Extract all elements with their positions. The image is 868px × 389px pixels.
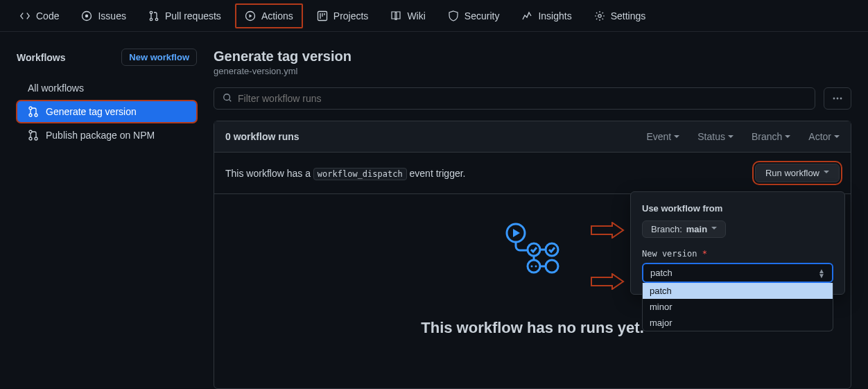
new-version-select[interactable]: patch ▲▼ [642,263,833,283]
workflow-filename: generate-version.yml [214,66,851,76]
nav-issues-label: Issues [98,10,125,21]
sidebar-item-generate-tag-version[interactable]: Generate tag version [17,101,197,123]
filter-actor[interactable]: Actor [808,131,840,142]
issue-icon [81,10,92,21]
nav-actions[interactable]: Actions [236,5,302,27]
svg-point-4 [155,18,157,20]
filter-runs-input[interactable] [238,93,806,104]
sidebar-all-workflows[interactable]: All workflows [17,77,197,99]
runs-count: 0 workflow runs [225,131,300,142]
option-patch[interactable]: patch [643,283,833,299]
new-version-dropdown: patch minor major [642,283,833,331]
sidebar-item-label: Generate tag version [46,106,137,117]
svg-point-16 [837,98,839,100]
workflow-icon [28,106,39,117]
svg-point-22 [531,266,533,268]
svg-point-15 [833,98,835,100]
svg-point-3 [150,18,152,20]
nav-insights-label: Insights [538,10,571,21]
nav-code-label: Code [36,10,59,21]
option-minor[interactable]: minor [643,299,833,315]
option-major[interactable]: major [643,315,833,331]
svg-point-23 [535,266,537,268]
nav-security-label: Security [465,10,500,21]
nav-projects-label: Projects [333,10,369,21]
sidebar-item-label: Publish package on NPM [46,130,155,141]
popover-use-from-label: Use workflow from [642,203,833,214]
svg-point-9 [29,114,32,116]
new-workflow-button[interactable]: New workflow [121,49,197,66]
annotation-arrow-icon [590,273,625,290]
svg-point-8 [29,107,32,110]
shield-icon [448,10,459,21]
sidebar-title: Workflows [17,52,66,63]
new-version-label: New version * [642,249,833,259]
svg-point-11 [29,130,32,133]
nav-issues[interactable]: Issues [73,5,134,27]
dispatch-message: This workflow has a workflow_dispatch ev… [225,168,465,179]
nav-security[interactable]: Security [440,5,508,27]
more-options-button[interactable] [824,87,851,110]
svg-point-10 [35,114,37,116]
repo-top-nav: Code Issues Pull requests Actions Projec… [0,0,868,32]
branch-select-button[interactable]: Branch: main [642,221,726,238]
nav-pr-label: Pull requests [165,10,221,21]
annotation-arrow-icon [590,222,625,239]
run-workflow-button[interactable]: Run workflow [755,164,840,182]
svg-point-13 [35,137,37,140]
gear-icon [594,10,605,21]
filter-event[interactable]: Event [646,131,679,142]
svg-point-21 [528,260,540,273]
nav-projects[interactable]: Projects [309,5,377,27]
nav-code[interactable]: Code [11,5,67,27]
pull-request-icon [148,10,159,21]
svg-point-7 [598,14,600,17]
stepper-icon: ▲▼ [818,268,825,278]
chevron-down-icon [711,224,717,234]
nav-insights[interactable]: Insights [513,5,580,27]
nav-wiki[interactable]: Wiki [382,5,433,27]
search-icon [223,93,232,105]
nav-wiki-label: Wiki [407,10,425,21]
svg-point-12 [29,137,32,140]
code-icon [19,10,31,21]
runs-container: 0 workflow runs Event Status Branch Acto… [214,121,851,389]
play-circle-icon [245,10,256,21]
projects-icon [317,10,328,21]
filter-branch[interactable]: Branch [752,131,790,142]
svg-point-24 [546,260,558,273]
book-icon [390,10,401,21]
run-workflow-popover: Use workflow from Branch: main New versi… [630,191,845,295]
graph-icon [521,10,532,21]
filter-runs-input-wrap[interactable] [214,87,815,110]
filter-status[interactable]: Status [697,131,734,142]
nav-settings-label: Settings [611,10,646,21]
svg-point-14 [224,94,230,100]
page-title: Generate tag version [214,49,851,64]
actions-empty-icon [503,222,562,277]
svg-point-17 [840,98,842,100]
workflows-sidebar: Workflows New workflow All workflows Gen… [17,49,197,389]
sidebar-item-publish-npm[interactable]: Publish package on NPM [17,124,197,146]
svg-point-2 [150,11,152,13]
nav-settings[interactable]: Settings [586,5,654,27]
chevron-down-icon [824,168,829,178]
workflow-icon [28,130,39,141]
nav-pull-requests[interactable]: Pull requests [140,5,229,27]
main-content: Generate tag version generate-version.ym… [214,49,851,389]
svg-point-1 [85,14,88,17]
nav-actions-label: Actions [261,10,293,21]
